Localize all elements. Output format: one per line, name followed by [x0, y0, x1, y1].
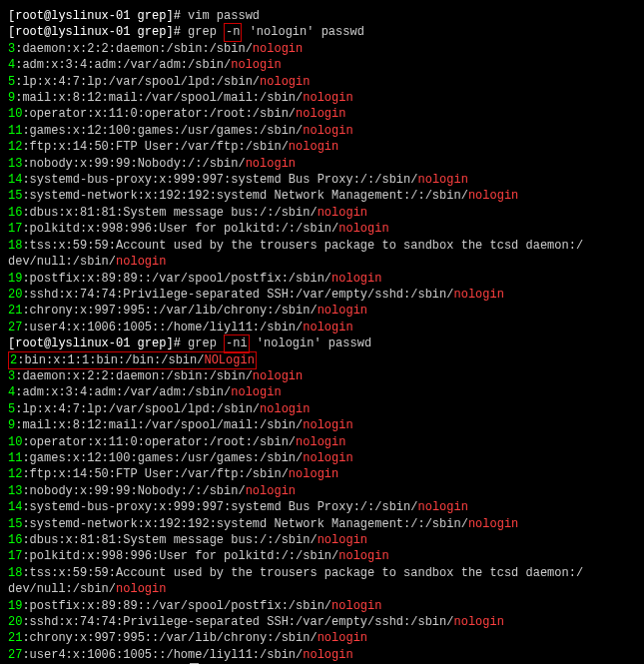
- line-text: :dbus:x:81:81:System message bus:/:/sbin…: [22, 206, 317, 220]
- grep-output-line: 18:tss:x:59:59:Account used by the trous…: [8, 238, 636, 254]
- grep-output-line: 4:adm:x:3:4:adm:/var/adm:/sbin/nologin: [8, 384, 636, 400]
- match-text: nologin: [453, 615, 503, 629]
- shell-prompt: [root@lyslinux-01 grep]#: [8, 9, 188, 23]
- grep-output-line: 27:user4:x:1006:1005::/home/liyl11:/sbin…: [8, 647, 636, 663]
- line-number: 13: [8, 484, 22, 498]
- line-text: :systemd-network:x:192:192:systemd Netwo…: [22, 517, 467, 531]
- grep-output-line: 19:postfix:x:89:89::/var/spool/postfix:/…: [8, 598, 636, 614]
- match-text: nologin: [289, 467, 338, 481]
- match-text: nologin: [318, 206, 367, 220]
- grep-output-line: 12:ftp:x:14:50:FTP User:/var/ftp:/sbin/n…: [8, 139, 636, 155]
- line-text: :mail:x:8:12:mail:/var/spool/mail:/sbin/: [15, 91, 303, 105]
- grep-output-line: 4:adm:x:3:4:adm:/var/adm:/sbin/nologin: [8, 57, 636, 73]
- line-number: 14: [8, 173, 22, 187]
- match-text: nologin: [260, 402, 310, 416]
- match-text: NOLogin: [204, 353, 254, 367]
- prompt-line-1: [root@lyslinux-01 grep]# vim passwd: [8, 8, 636, 24]
- line-number: 11: [8, 451, 22, 465]
- line-text: :adm:x:3:4:adm:/var/adm:/sbin/: [15, 58, 231, 72]
- match-text: nologin: [303, 648, 352, 662]
- match-text: nologin: [116, 582, 166, 596]
- match-text: nologin: [296, 435, 345, 449]
- line-text: :daemon:x:2:2:daemon:/sbin:/sbin/: [15, 42, 253, 56]
- line-number: 15: [8, 189, 22, 203]
- line-text: :tss:x:59:59:Account used by the trouser…: [22, 239, 583, 253]
- command-text: vim passwd: [188, 9, 260, 23]
- command-text: grep: [188, 25, 224, 39]
- line-text: dev/null:/sbin/: [8, 255, 116, 269]
- line-text: :dbus:x:81:81:System message bus:/:/sbin…: [22, 533, 317, 547]
- line-text: :lp:x:4:7:lp:/var/spool/lpd:/sbin/: [15, 75, 260, 89]
- grep-output-line: 16:dbus:x:81:81:System message bus:/:/sb…: [8, 532, 636, 548]
- line-text: :systemd-bus-proxy:x:999:997:systemd Bus…: [22, 173, 417, 187]
- match-text: nologin: [231, 385, 281, 399]
- line-number: 16: [8, 533, 22, 547]
- match-text: nologin: [253, 369, 303, 383]
- grep-output-line-boxed: 2:bin:x:1:1:bin:/bin:/sbin/NOLogin: [8, 352, 636, 368]
- grep-output-line: 18:tss:x:59:59:Account used by the trous…: [8, 565, 636, 581]
- grep-output-line: 14:systemd-bus-proxy:x:999:997:systemd B…: [8, 172, 636, 188]
- grep-output-line: 17:polkitd:x:998:996:User for polkitd:/:…: [8, 221, 636, 237]
- line-number: 20: [8, 288, 22, 302]
- grep-output-line: 5:lp:x:4:7:lp:/var/spool/lpd:/sbin/nolog…: [8, 401, 636, 417]
- line-number: 11: [8, 124, 22, 138]
- grep-output-line: 17:polkitd:x:998:996:User for polkitd:/:…: [8, 548, 636, 564]
- line-text: :operator:x:11:0:operator:/root:/sbin/: [22, 107, 296, 121]
- line-number: 12: [8, 467, 22, 481]
- grep-output-line: 12:ftp:x:14:50:FTP User:/var/ftp:/sbin/n…: [8, 466, 636, 482]
- grep-output-line: 14:systemd-bus-proxy:x:999:997:systemd B…: [8, 499, 636, 515]
- match-text: nologin: [296, 107, 345, 121]
- line-text: :chrony:x:997:995::/var/lib/chrony:/sbin…: [22, 631, 317, 645]
- line-text: :ftp:x:14:50:FTP User:/var/ftp:/sbin/: [22, 467, 288, 481]
- grep-output-line: 13:nobody:x:99:99:Nobody:/:/sbin/nologin: [8, 483, 636, 499]
- match-text: nologin: [468, 517, 518, 531]
- line-number: 19: [8, 272, 22, 286]
- match-text: nologin: [231, 58, 281, 72]
- grep-output-line: 10:operator:x:11:0:operator:/root:/sbin/…: [8, 106, 636, 122]
- grep-output-line: 20:sshd:x:74:74:Privilege-separated SSH:…: [8, 287, 636, 303]
- match-text: nologin: [116, 255, 166, 269]
- match-text: nologin: [303, 124, 352, 138]
- grep-output-line: 10:operator:x:11:0:operator:/root:/sbin/…: [8, 434, 636, 450]
- grep-output-line: 21:chrony:x:997:995::/var/lib/chrony:/sb…: [8, 630, 636, 646]
- line-text: :bin:x:1:1:bin:/bin:/sbin/: [17, 353, 204, 367]
- grep-output-line: 21:chrony:x:997:995::/var/lib/chrony:/sb…: [8, 303, 636, 319]
- match-text: nologin: [338, 549, 388, 563]
- line-text: dev/null:/sbin/: [8, 582, 116, 596]
- grep-output-line: 9:mail:x:8:12:mail:/var/spool/mail:/sbin…: [8, 417, 636, 433]
- prompt-line-3: [root@lyslinux-01 grep]# grep -ni 'nolog…: [8, 335, 636, 351]
- line-text: :mail:x:8:12:mail:/var/spool/mail:/sbin/: [15, 418, 303, 432]
- grep-output-line: 3:daemon:x:2:2:daemon:/sbin:/sbin/nologi…: [8, 41, 636, 57]
- command-text: grep: [188, 336, 224, 350]
- line-text: :sshd:x:74:74:Privilege-separated SSH:/v…: [22, 288, 453, 302]
- match-text: nologin: [303, 451, 352, 465]
- line-text: :daemon:x:2:2:daemon:/sbin:/sbin/: [15, 369, 253, 383]
- match-text: nologin: [331, 272, 381, 286]
- line-text: :nobody:x:99:99:Nobody:/:/sbin/: [22, 484, 245, 498]
- grep-output-line: 15:systemd-network:x:192:192:systemd Net…: [8, 188, 636, 204]
- line-text: :games:x:12:100:games:/usr/games:/sbin/: [22, 124, 303, 138]
- match-text: nologin: [318, 304, 367, 318]
- grep-output-line: 5:lp:x:4:7:lp:/var/spool/lpd:/sbin/nolog…: [8, 74, 636, 90]
- line-text: :polkitd:x:998:996:User for polkitd:/:/s…: [22, 549, 338, 563]
- line-text: :systemd-bus-proxy:x:999:997:systemd Bus…: [22, 500, 417, 514]
- line-text: :tss:x:59:59:Account used by the trouser…: [22, 566, 583, 580]
- match-text: nologin: [303, 321, 352, 334]
- grep-output-line: 19:postfix:x:89:89::/var/spool/postfix:/…: [8, 271, 636, 287]
- match-text: nologin: [453, 288, 503, 302]
- grep-output-line: 16:dbus:x:81:81:System message bus:/:/sb…: [8, 205, 636, 221]
- match-text: nologin: [253, 42, 303, 56]
- line-number: 13: [8, 157, 22, 171]
- line-number: 17: [8, 222, 22, 236]
- line-number: 18: [8, 566, 22, 580]
- match-text: nologin: [417, 500, 467, 514]
- line-highlight-box: 2:bin:x:1:1:bin:/bin:/sbin/NOLogin: [8, 351, 257, 369]
- line-text: :user4:x:1006:1005::/home/liyl11:/sbin/: [22, 321, 303, 334]
- line-number: 20: [8, 615, 22, 629]
- match-text: nologin: [318, 533, 367, 547]
- line-number: 27: [8, 321, 22, 334]
- line-text: :ftp:x:14:50:FTP User:/var/ftp:/sbin/: [22, 140, 288, 154]
- match-text: nologin: [468, 189, 518, 203]
- line-number: 12: [8, 140, 22, 154]
- grep-output-line: 15:systemd-network:x:192:192:systemd Net…: [8, 516, 636, 532]
